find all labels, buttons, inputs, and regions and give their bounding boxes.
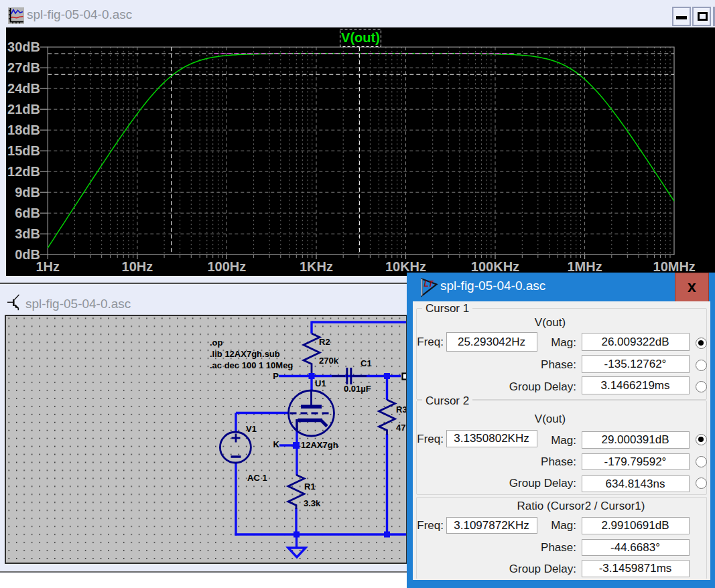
svg-text:.op: .op bbox=[210, 338, 223, 348]
svg-text:3dB: 3dB bbox=[15, 226, 40, 241]
svg-text:3.3k: 3.3k bbox=[304, 498, 321, 508]
svg-text:U1: U1 bbox=[315, 378, 326, 388]
svg-text:.lib 12AX7gh.sub: .lib 12AX7gh.sub bbox=[210, 349, 280, 359]
svg-text:1Hz: 1Hz bbox=[36, 259, 60, 274]
svg-text:27dB: 27dB bbox=[7, 60, 40, 75]
svg-text:1MHz: 1MHz bbox=[567, 259, 602, 274]
svg-text:P: P bbox=[273, 371, 279, 381]
svg-text:24dB: 24dB bbox=[7, 81, 40, 96]
svg-text:V(out): V(out) bbox=[341, 30, 380, 45]
svg-text:270k: 270k bbox=[319, 356, 339, 366]
svg-text:AC 1: AC 1 bbox=[247, 473, 267, 483]
svg-text:9dB: 9dB bbox=[15, 185, 40, 200]
svg-text:18dB: 18dB bbox=[7, 123, 40, 137]
svg-text:100KHz: 100KHz bbox=[471, 259, 519, 274]
svg-text:K: K bbox=[273, 439, 280, 449]
svg-text:1KHz: 1KHz bbox=[300, 259, 333, 274]
svg-text:C1: C1 bbox=[361, 358, 372, 368]
svg-text:0.01µF: 0.01µF bbox=[344, 384, 371, 394]
svg-text:R3: R3 bbox=[396, 405, 406, 415]
svg-text:15dB: 15dB bbox=[7, 143, 40, 158]
svg-text:R1: R1 bbox=[304, 482, 316, 492]
svg-text:21dB: 21dB bbox=[7, 102, 40, 117]
svg-text:6dB: 6dB bbox=[15, 206, 40, 220]
svg-text:10KHz: 10KHz bbox=[385, 259, 426, 274]
svg-text:R2: R2 bbox=[319, 337, 330, 347]
svg-text:.ac dec 100 1 10Meg: .ac dec 100 1 10Meg bbox=[210, 360, 293, 370]
svg-text:LT: LT bbox=[424, 279, 434, 289]
svg-text:12dB: 12dB bbox=[7, 164, 40, 179]
svg-text:47: 47 bbox=[396, 423, 405, 433]
svg-text:100Hz: 100Hz bbox=[207, 259, 246, 274]
svg-text:10Hz: 10Hz bbox=[122, 259, 153, 274]
svg-text:V1: V1 bbox=[246, 424, 257, 434]
svg-text:10MHz: 10MHz bbox=[653, 259, 696, 274]
svg-text:30dB: 30dB bbox=[7, 40, 40, 54]
svg-text:12AX7gh: 12AX7gh bbox=[301, 440, 338, 450]
